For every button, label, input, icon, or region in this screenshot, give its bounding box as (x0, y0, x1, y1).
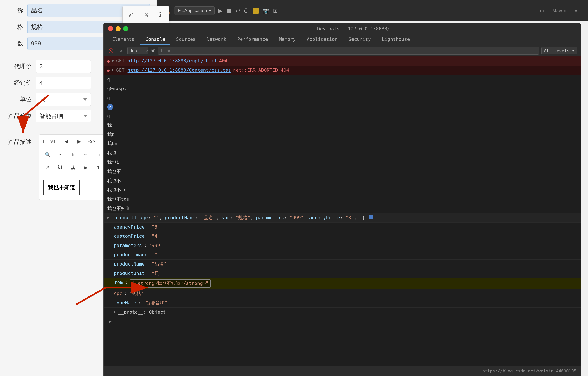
error-url-2[interactable]: http://127.0.0.1:8888/Content/css.css (127, 67, 231, 74)
traffic-light-yellow[interactable] (116, 26, 121, 31)
console-output[interactable]: ● ▶ GET http://127.0.0.1:8888/empty.html… (104, 56, 581, 366)
mac-app-controls: 🔨 FloApplication ▾ ▶ ⏹ ↩ ⏱ 📷 ⊞ (163, 6, 278, 15)
description-box: 我也不知道 (43, 180, 80, 195)
error-url-1[interactable]: http://127.0.0.1:8888/empty.html (127, 58, 217, 64)
console-line-wo: 我 (104, 121, 581, 130)
expand-arrow-1: ▶ (112, 58, 114, 63)
traffic-light-green[interactable] (123, 26, 128, 31)
prop-val-name: "品名" (152, 261, 167, 267)
pencil-btn[interactable]: ✏ (81, 150, 90, 159)
prop-key-params: parameters (114, 242, 142, 249)
console-prop-agencyPrice: agencyPrice: "3" (104, 223, 581, 232)
prop-colon-typename: : (138, 300, 141, 306)
console-prop-proto: ▶ __proto__: Object (104, 308, 581, 317)
prop-key-custom: customPrice (114, 233, 145, 240)
console-text-wo: 我 (107, 122, 112, 129)
upload-btn[interactable]: ⬆ (94, 163, 103, 172)
stop-icon[interactable]: ⏹ (226, 7, 232, 14)
app-name-selector[interactable]: FloApplication ▾ (174, 6, 215, 15)
console-text-wyeb: 我也不 (107, 168, 121, 175)
tab-application[interactable]: Application (302, 34, 343, 45)
prop-colon-custom: : (147, 233, 149, 240)
prop-val-spc: "规格" (129, 290, 144, 297)
tab-memory[interactable]: Memory (274, 34, 301, 45)
console-prop-productName: productName: "品名" (104, 260, 581, 269)
context-select[interactable]: top (127, 47, 148, 54)
console-prop-typeName: typeName: "智能音响" (104, 299, 581, 308)
console-line-error-2: ● ▶ GET http://127.0.0.1:8888/Content/cs… (104, 66, 581, 75)
timer-icon[interactable]: ⏱ (243, 7, 249, 14)
tab-performance[interactable]: Performance (232, 34, 273, 45)
tab-sources[interactable]: Sources (171, 34, 201, 45)
zoom-btn[interactable]: 🔍 (43, 150, 52, 159)
prop-val-typename: "智能音响" (143, 300, 168, 306)
run-icon[interactable]: ▶ (218, 7, 223, 14)
error-icon-2: ● (107, 67, 110, 73)
html-label: HTML (43, 139, 57, 144)
popup-icon-printer[interactable]: 🖨 (141, 10, 151, 20)
next-btn[interactable]: ▶ (74, 137, 84, 146)
console-text-wbn: 我bn (107, 140, 117, 147)
obj-expand-arrow[interactable]: ▶ (107, 215, 109, 220)
popup-icon-print[interactable]: 🖨 (126, 10, 136, 20)
console-line-wyebtdu: 我也不tdu (104, 195, 581, 204)
error-status-2: net::ERR_ABORTED 404 (233, 67, 289, 74)
popup-icons-row: 🖨 🖨 ℹ (126, 10, 165, 20)
filter-input[interactable] (158, 47, 539, 55)
proto-expand-arrow[interactable]: ▶ (114, 309, 116, 314)
devtools-toolbar: 🚫 ⊘ top 👁 All levels ▾ (104, 45, 581, 56)
console-prop-productUnit: productUnit: "只" (104, 269, 581, 278)
console-line-wb: 我b (104, 130, 581, 139)
eye-icon[interactable]: 👁 (151, 48, 156, 53)
color-swatch-mac (253, 8, 259, 13)
bottom-url: https://blog.csdn.net/weixin_44690195 (482, 368, 576, 374)
back-icon[interactable]: ↩ (235, 7, 240, 14)
prop-val-unit: "只" (152, 270, 162, 277)
custom-input[interactable] (36, 77, 91, 89)
image-upload-btn[interactable]: 🖼 (55, 163, 65, 172)
tab-security[interactable]: Security (343, 34, 376, 45)
rect-btn[interactable]: □ (94, 150, 103, 159)
clear-console-btn[interactable]: 🚫 (107, 47, 115, 55)
levels-select[interactable]: All levels ▾ (541, 47, 578, 54)
tab-console[interactable]: Console (140, 34, 170, 45)
grid-icon[interactable]: ⊞ (273, 7, 278, 14)
mac-right-area: m Maven ≡ (282, 6, 582, 15)
repeat-badge: 2 (107, 104, 113, 110)
params-label: 数 (6, 40, 23, 48)
console-line-q2: q&nbsp; (104, 84, 581, 93)
tab-lighthouse[interactable]: Lighthouse (377, 34, 415, 45)
console-line-wyei: 我也i (104, 158, 581, 167)
console-line-bottom: ▶ (104, 317, 581, 326)
console-prop-parameters: parameters: "999" (104, 241, 581, 250)
prop-key-img: productImage (114, 252, 147, 258)
plugin-btn[interactable]: ↗ (43, 163, 52, 172)
camera-icon[interactable]: 📷 (262, 7, 270, 14)
popup-icon-info[interactable]: ℹ (155, 10, 165, 20)
image-btn[interactable]: 🏞 (68, 163, 77, 172)
tab-elements[interactable]: Elements (107, 34, 140, 45)
console-line-wyebt: 我也不t (104, 176, 581, 186)
build-label: ≡ (570, 6, 582, 15)
scissors-btn[interactable]: ✂ (55, 150, 65, 159)
console-text-q3: q (107, 95, 110, 101)
prop-colon-img: : (149, 252, 152, 258)
code-btn[interactable]: </> (87, 137, 96, 146)
prop-colon-agency: : (147, 224, 149, 231)
tab-network[interactable]: Network (201, 34, 231, 45)
traffic-light-red[interactable] (108, 26, 113, 31)
filter-icon[interactable]: ⊘ (117, 47, 125, 55)
devtools-panel: DevTools - 127.0.0.1:8888/ Elements Cons… (104, 23, 581, 376)
maven-label: Maven (548, 6, 570, 15)
video-btn[interactable]: ▶ (81, 163, 90, 172)
agency-input[interactable] (36, 60, 91, 73)
unit-select[interactable]: 只 (36, 93, 91, 106)
devtools-tabs: Elements Console Sources Network Perform… (104, 34, 581, 45)
prop-key-typename: typeName (114, 300, 136, 306)
console-text-wyei: 我也i (107, 159, 119, 166)
category-select[interactable]: 智能音响 (36, 110, 91, 122)
prev-btn[interactable]: ◀ (62, 137, 71, 146)
console-line-q4: q (104, 111, 581, 121)
error-icon-1: ● (107, 58, 110, 64)
info-btn[interactable]: ℹ (68, 150, 77, 159)
